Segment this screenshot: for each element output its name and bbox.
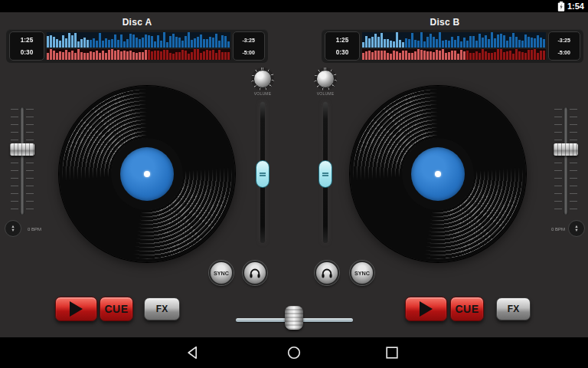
deck-a-headphone-cue-button[interactable]: [243, 261, 267, 285]
deck-a-wave-top[interactable]: [47, 32, 230, 48]
deck-b-play-button[interactable]: [405, 297, 447, 321]
deck-a-fx-label: FX: [156, 304, 168, 314]
deck-b-waveform-panel: 1:25 0:30 -3:25 -5:00: [322, 29, 583, 63]
deck-a-waveform-panel: 1:25 0:30 -3:25 -5:00: [6, 29, 268, 63]
deck-b-pitch-handle[interactable]: [554, 143, 578, 156]
deck-a-sync-label: SYNC: [214, 270, 229, 276]
deck-b-headphone-cue-button[interactable]: [315, 261, 339, 285]
deck-b-sync-label: SYNC: [354, 270, 370, 276]
status-time: 1:54: [567, 2, 584, 11]
deck-b-wave-top[interactable]: [362, 32, 546, 48]
deck-a-wave-bottom[interactable]: [47, 49, 230, 60]
deck-a-waveform[interactable]: [47, 32, 230, 60]
deck-a-elapsed-main: 1:25: [21, 36, 33, 43]
deck-b-remaining-main: -3:25: [558, 37, 570, 43]
nudge-up-icon: ▲: [11, 225, 15, 228]
home-circle-icon: [286, 345, 302, 360]
deck-a-title: Disc A: [6, 17, 268, 28]
deck-b-waveform[interactable]: [362, 32, 546, 60]
deck-a-cue-label: CUE: [104, 303, 128, 315]
status-bar: 1:54: [0, 0, 588, 12]
nudge-up-icon: ▲: [574, 225, 578, 228]
deck-b-title: Disc B: [314, 17, 576, 28]
deck-a-volume-fader-handle[interactable]: [256, 160, 270, 188]
fader-grip: [322, 172, 328, 176]
nudge-down-icon: ▼: [11, 229, 15, 232]
deck-b-record-spindle: [435, 171, 441, 177]
deck-b-pitch-ticks-right: [570, 109, 577, 213]
nav-recents-button[interactable]: [384, 344, 400, 361]
deck-a-elapsed-time: 1:25 0:30: [9, 31, 44, 61]
headphone-icon: [320, 266, 334, 280]
deck-a-pitch-ticks-left: [11, 109, 18, 213]
deck-b-volume-knob[interactable]: [314, 67, 337, 90]
deck-a-bpm-label: 0 BPM: [28, 226, 41, 232]
deck-a-volume-label: VOLUME: [253, 91, 273, 96]
deck-a-remaining-alt: -5:00: [243, 49, 255, 55]
deck-b-remaining-alt: -5:00: [558, 49, 570, 55]
deck-a-cue-button[interactable]: CUE: [100, 297, 133, 321]
deck-a-sync-button[interactable]: SYNC: [209, 261, 234, 285]
nav-home-button[interactable]: [286, 344, 302, 361]
deck-b-pitch-nudge-button[interactable]: ▲ ▼: [568, 220, 585, 237]
deck-b-pitch-ticks-left: [554, 109, 562, 213]
crossfader-handle[interactable]: [285, 306, 303, 330]
deck-b-sync-button[interactable]: SYNC: [350, 261, 374, 285]
deck-b-fx-label: FX: [508, 304, 519, 314]
deck-a-pitch-nudge-button[interactable]: ▲ ▼: [5, 220, 21, 237]
fader-grip: [260, 172, 266, 176]
deck-b-cue-label: CUE: [455, 303, 479, 315]
deck-b-wave-bottom[interactable]: [362, 49, 546, 60]
deck-b-elapsed-time: 1:25 0:30: [325, 31, 360, 61]
deck-b-elapsed-main: 1:25: [336, 36, 348, 43]
deck-a-pitch-ticks-right: [26, 109, 34, 213]
deck-b-elapsed-alt: 0:30: [336, 48, 348, 55]
battery-charging-icon: [557, 2, 565, 12]
play-icon: [420, 301, 433, 317]
nav-back-button[interactable]: [185, 344, 202, 361]
play-icon: [70, 301, 83, 317]
deck-b-cue-button[interactable]: CUE: [450, 297, 484, 321]
deck-b-pitch-track[interactable]: [564, 107, 568, 215]
deck-b-remaining-time: -3:25 -5:00: [548, 31, 580, 61]
nudge-down-icon: ▼: [574, 229, 578, 232]
deck-a-remaining-time: -3:25 -5:00: [233, 31, 265, 61]
deck-a-record[interactable]: [59, 86, 235, 262]
deck-a-play-button[interactable]: [55, 297, 97, 321]
deck-a-fx-button[interactable]: FX: [144, 297, 180, 320]
android-nav-bar: [0, 337, 588, 368]
deck-b-fx-button[interactable]: FX: [496, 297, 531, 320]
deck-b-volume-label: VOLUME: [316, 91, 335, 96]
deck-a-remaining-main: -3:25: [243, 37, 255, 43]
deck-a-knob-cap: [253, 70, 272, 88]
deck-b-knob-cap: [316, 70, 335, 88]
deck-a-pitch-handle[interactable]: [10, 143, 34, 156]
deck-a-volume-knob[interactable]: [251, 67, 274, 90]
deck-a-record-spindle: [144, 171, 150, 177]
back-triangle-icon: [186, 345, 201, 360]
deck-b-record[interactable]: [350, 86, 526, 262]
deck-a-elapsed-alt: 0:30: [21, 48, 33, 55]
dj-app-screen: 1:54 Disc A Disc B 1:25 0:30 -3:25 -5:00…: [0, 0, 588, 368]
deck-a-pitch-track[interactable]: [20, 107, 24, 215]
headphone-icon: [248, 266, 262, 280]
recents-square-icon: [384, 345, 400, 360]
deck-b-bpm-label: 0 BPM: [548, 226, 565, 232]
deck-b-volume-fader-handle[interactable]: [318, 160, 332, 188]
